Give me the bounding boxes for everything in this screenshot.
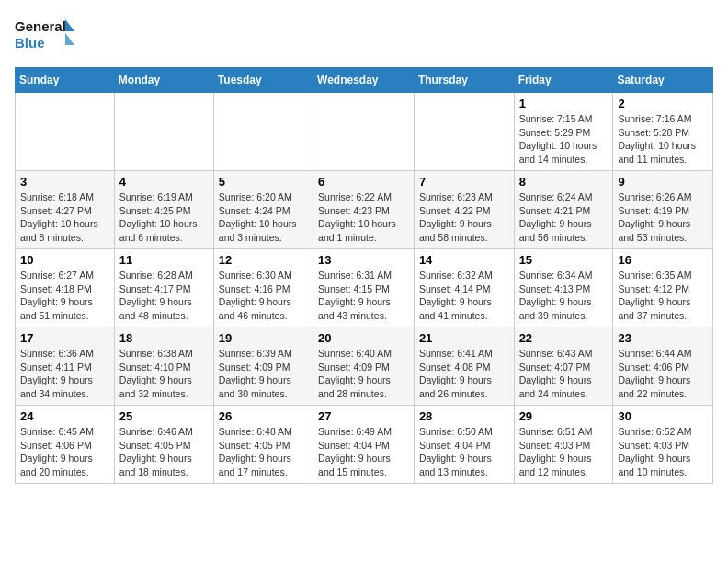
day-info: Sunrise: 6:39 AM Sunset: 4:09 PM Dayligh…	[219, 347, 308, 401]
calendar-cell: 12Sunrise: 6:30 AM Sunset: 4:16 PM Dayli…	[213, 249, 313, 327]
calendar-cell: 5Sunrise: 6:20 AM Sunset: 4:24 PM Daylig…	[213, 171, 313, 249]
day-info: Sunrise: 6:35 AM Sunset: 4:12 PM Dayligh…	[618, 269, 708, 323]
day-info: Sunrise: 6:38 AM Sunset: 4:10 PM Dayligh…	[119, 347, 209, 401]
day-number: 26	[219, 409, 308, 423]
day-number: 14	[419, 253, 509, 267]
calendar-header-friday: Friday	[514, 68, 613, 93]
calendar-cell: 14Sunrise: 6:32 AM Sunset: 4:14 PM Dayli…	[414, 249, 514, 327]
page-header: GeneralBlue	[15, 15, 713, 56]
svg-text:General: General	[15, 18, 66, 34]
calendar-cell: 23Sunrise: 6:44 AM Sunset: 4:06 PM Dayli…	[613, 327, 713, 406]
day-number: 4	[119, 175, 209, 189]
calendar-cell: 19Sunrise: 6:39 AM Sunset: 4:09 PM Dayli…	[213, 327, 313, 406]
day-number: 12	[219, 253, 308, 267]
calendar-cell	[313, 93, 415, 171]
calendar-cell: 21Sunrise: 6:41 AM Sunset: 4:08 PM Dayli…	[414, 327, 514, 406]
calendar-cell: 27Sunrise: 6:49 AM Sunset: 4:04 PM Dayli…	[313, 406, 415, 484]
calendar-cell: 15Sunrise: 6:34 AM Sunset: 4:13 PM Dayli…	[514, 249, 613, 327]
day-info: Sunrise: 6:48 AM Sunset: 4:05 PM Dayligh…	[219, 425, 308, 479]
day-info: Sunrise: 6:26 AM Sunset: 4:19 PM Dayligh…	[618, 190, 708, 245]
day-info: Sunrise: 6:36 AM Sunset: 4:11 PM Dayligh…	[20, 347, 109, 401]
day-info: Sunrise: 6:20 AM Sunset: 4:24 PM Dayligh…	[219, 190, 308, 245]
day-info: Sunrise: 6:45 AM Sunset: 4:06 PM Dayligh…	[20, 425, 109, 479]
day-info: Sunrise: 6:51 AM Sunset: 4:03 PM Dayligh…	[519, 425, 609, 479]
calendar-cell	[16, 93, 115, 171]
day-info: Sunrise: 6:23 AM Sunset: 4:22 PM Dayligh…	[419, 190, 509, 245]
day-number: 2	[618, 97, 708, 110]
day-number: 17	[20, 331, 109, 345]
day-info: Sunrise: 6:41 AM Sunset: 4:08 PM Dayligh…	[419, 347, 509, 401]
calendar-cell: 28Sunrise: 6:50 AM Sunset: 4:04 PM Dayli…	[414, 406, 514, 484]
calendar-week-row: 17Sunrise: 6:36 AM Sunset: 4:11 PM Dayli…	[16, 327, 713, 406]
day-number: 28	[419, 409, 509, 423]
day-number: 16	[618, 253, 708, 267]
day-info: Sunrise: 6:18 AM Sunset: 4:27 PM Dayligh…	[20, 190, 109, 245]
calendar-header-saturday: Saturday	[613, 68, 713, 93]
day-number: 13	[318, 253, 409, 267]
calendar-cell: 24Sunrise: 6:45 AM Sunset: 4:06 PM Dayli…	[16, 406, 115, 484]
day-number: 21	[419, 331, 509, 345]
calendar-cell: 2Sunrise: 7:16 AM Sunset: 5:28 PM Daylig…	[613, 93, 713, 171]
day-info: Sunrise: 6:49 AM Sunset: 4:04 PM Dayligh…	[318, 425, 409, 479]
svg-marker-3	[65, 33, 74, 45]
calendar-cell: 22Sunrise: 6:43 AM Sunset: 4:07 PM Dayli…	[514, 327, 613, 406]
day-info: Sunrise: 6:27 AM Sunset: 4:18 PM Dayligh…	[20, 269, 109, 323]
day-number: 1	[519, 97, 609, 110]
calendar-cell: 6Sunrise: 6:22 AM Sunset: 4:23 PM Daylig…	[313, 171, 415, 249]
day-number: 5	[219, 175, 308, 189]
day-info: Sunrise: 6:24 AM Sunset: 4:21 PM Dayligh…	[519, 190, 609, 245]
day-info: Sunrise: 7:16 AM Sunset: 5:28 PM Dayligh…	[618, 112, 708, 167]
day-number: 18	[119, 331, 209, 345]
day-info: Sunrise: 6:50 AM Sunset: 4:04 PM Dayligh…	[419, 425, 509, 479]
day-number: 19	[219, 331, 308, 345]
calendar-cell: 7Sunrise: 6:23 AM Sunset: 4:22 PM Daylig…	[414, 171, 514, 249]
calendar-cell: 20Sunrise: 6:40 AM Sunset: 4:09 PM Dayli…	[313, 327, 415, 406]
calendar-cell	[114, 93, 213, 171]
calendar-header-monday: Monday	[114, 68, 213, 93]
calendar-cell: 30Sunrise: 6:52 AM Sunset: 4:03 PM Dayli…	[613, 406, 713, 484]
day-info: Sunrise: 6:52 AM Sunset: 4:03 PM Dayligh…	[618, 425, 708, 479]
calendar-cell: 29Sunrise: 6:51 AM Sunset: 4:03 PM Dayli…	[514, 406, 613, 484]
calendar-week-row: 24Sunrise: 6:45 AM Sunset: 4:06 PM Dayli…	[16, 406, 713, 484]
calendar-week-row: 10Sunrise: 6:27 AM Sunset: 4:18 PM Dayli…	[16, 249, 713, 327]
calendar-header-thursday: Thursday	[414, 68, 514, 93]
day-number: 27	[318, 409, 409, 423]
calendar-header-wednesday: Wednesday	[313, 68, 415, 93]
day-number: 10	[20, 253, 109, 267]
calendar-cell: 1Sunrise: 7:15 AM Sunset: 5:29 PM Daylig…	[514, 93, 613, 171]
day-number: 15	[519, 253, 609, 267]
day-info: Sunrise: 6:19 AM Sunset: 4:25 PM Dayligh…	[119, 190, 209, 245]
calendar-cell: 17Sunrise: 6:36 AM Sunset: 4:11 PM Dayli…	[16, 327, 115, 406]
calendar-cell: 16Sunrise: 6:35 AM Sunset: 4:12 PM Dayli…	[613, 249, 713, 327]
day-number: 22	[519, 331, 609, 345]
day-info: Sunrise: 6:31 AM Sunset: 4:15 PM Dayligh…	[318, 269, 409, 323]
calendar-cell: 26Sunrise: 6:48 AM Sunset: 4:05 PM Dayli…	[213, 406, 313, 484]
calendar-cell: 18Sunrise: 6:38 AM Sunset: 4:10 PM Dayli…	[114, 327, 213, 406]
day-number: 30	[618, 409, 708, 423]
calendar-week-row: 1Sunrise: 7:15 AM Sunset: 5:29 PM Daylig…	[16, 93, 713, 171]
svg-marker-2	[65, 19, 74, 31]
calendar-cell: 10Sunrise: 6:27 AM Sunset: 4:18 PM Dayli…	[16, 249, 115, 327]
calendar-header-sunday: Sunday	[16, 68, 115, 93]
calendar-cell: 13Sunrise: 6:31 AM Sunset: 4:15 PM Dayli…	[313, 249, 415, 327]
day-info: Sunrise: 6:44 AM Sunset: 4:06 PM Dayligh…	[618, 347, 708, 401]
calendar-header-tuesday: Tuesday	[213, 68, 313, 93]
calendar-header-row: SundayMondayTuesdayWednesdayThursdayFrid…	[16, 68, 713, 93]
day-info: Sunrise: 6:40 AM Sunset: 4:09 PM Dayligh…	[318, 347, 409, 401]
calendar-cell: 9Sunrise: 6:26 AM Sunset: 4:19 PM Daylig…	[613, 171, 713, 249]
day-info: Sunrise: 6:43 AM Sunset: 4:07 PM Dayligh…	[519, 347, 609, 401]
logo: GeneralBlue	[15, 15, 79, 56]
day-info: Sunrise: 6:28 AM Sunset: 4:17 PM Dayligh…	[119, 269, 209, 323]
day-number: 23	[618, 331, 708, 345]
day-info: Sunrise: 6:30 AM Sunset: 4:16 PM Dayligh…	[219, 269, 308, 323]
calendar-cell: 25Sunrise: 6:46 AM Sunset: 4:05 PM Dayli…	[114, 406, 213, 484]
calendar-cell	[213, 93, 313, 171]
day-number: 9	[618, 175, 708, 189]
calendar-table: SundayMondayTuesdayWednesdayThursdayFrid…	[15, 67, 713, 484]
day-number: 8	[519, 175, 609, 189]
day-number: 7	[419, 175, 509, 189]
day-number: 3	[20, 175, 109, 189]
day-number: 25	[119, 409, 209, 423]
day-info: Sunrise: 6:46 AM Sunset: 4:05 PM Dayligh…	[119, 425, 209, 479]
calendar-cell: 4Sunrise: 6:19 AM Sunset: 4:25 PM Daylig…	[114, 171, 213, 249]
